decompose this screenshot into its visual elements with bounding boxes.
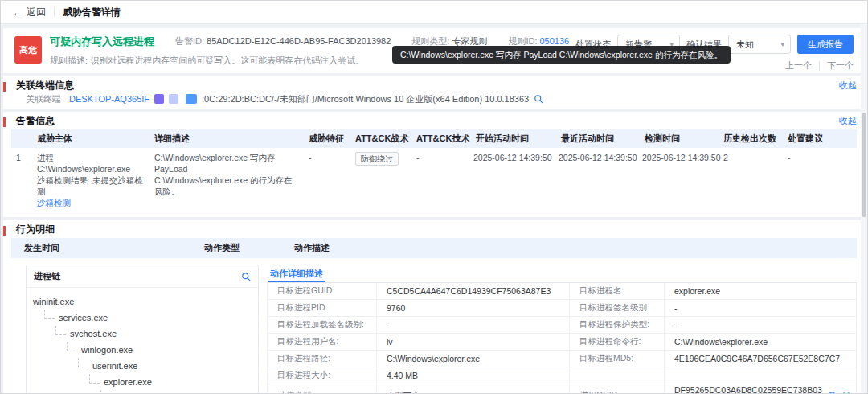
behavior-table-header: 发生时间 动作类型 动作描述 xyxy=(11,238,857,258)
detail-field-value: 9760 xyxy=(377,300,570,317)
detail-field-value: lv xyxy=(377,334,570,351)
alert-info-collapse-link[interactable]: 收起 xyxy=(839,115,857,127)
chevron-down-icon: ▾ xyxy=(780,40,784,48)
search-icon[interactable] xyxy=(534,94,543,104)
detail-field-value xyxy=(665,367,857,384)
process-name: svchost.exe xyxy=(70,329,117,339)
next-alert-link[interactable]: 下一个 xyxy=(827,60,854,72)
detail-field-label: 目标进程签名级别: xyxy=(570,300,665,317)
process-chain-node[interactable]: winlogon.exe xyxy=(33,342,252,358)
process-name: wininit.exe xyxy=(33,297,74,306)
process-chain-node[interactable]: SecurityHealthSystray.exe xyxy=(33,390,252,394)
detail-tabbar: 动作详细描述 xyxy=(267,265,857,283)
col-index xyxy=(11,129,32,148)
confirm-result-select[interactable]: 未知▾ xyxy=(728,35,791,54)
generate-report-button[interactable]: 生成报告 xyxy=(797,35,854,54)
col-detect-time: 检测时间 xyxy=(640,129,719,148)
sandbox-detect-link[interactable]: 沙箱检测 xyxy=(37,198,71,207)
alert-title: 可疑内存写入远程进程 xyxy=(50,35,154,49)
process-chain-node[interactable]: userinit.exe xyxy=(33,358,252,374)
process-chain-title: 进程链 xyxy=(34,270,60,282)
detail-field-value: - xyxy=(377,317,570,334)
col-occur-time: 发生时间 xyxy=(11,242,191,254)
tree-branch-line xyxy=(55,326,66,335)
page-title: 威胁告警详情 xyxy=(63,6,121,19)
process-chain-node[interactable]: services.exe xyxy=(33,310,252,326)
agent-badge-icon xyxy=(169,94,178,104)
divider xyxy=(819,61,820,71)
zoom-plus-icon[interactable] xyxy=(841,391,851,394)
windows-badge-icon xyxy=(186,94,197,104)
detail-field-value: C5CD5CA4A647C6D14939CF75063A87E3 xyxy=(377,283,570,300)
detail-field-value: - xyxy=(665,317,857,334)
tree-branch-line xyxy=(67,342,77,351)
alert-table: 威胁主体 详细描述 威胁特征 ATT&CK战术 ATT&CK技术 开始活动时间 … xyxy=(11,129,857,213)
tab-action-detail[interactable]: 动作详细描述 xyxy=(268,265,325,282)
search-icon[interactable] xyxy=(828,391,837,394)
hover-tooltip: C:\Windows\explorer.exe 写内存 PayLoad C:\W… xyxy=(392,46,731,64)
col-attack-technique: ATT&CK技术 xyxy=(411,129,471,148)
terminal-collapse-link[interactable]: 收起 xyxy=(839,80,857,92)
detail-field-label: 目标进程用户名: xyxy=(268,334,377,351)
process-chain-node[interactable]: explorer.exe xyxy=(33,374,252,390)
detail-desc-cell: C:\Windows\explorer.exe 写内存 PayLoad C:\W… xyxy=(149,148,304,213)
detect-time-cell: 2025-06-12 14:39:50 xyxy=(640,148,719,213)
detail-field-value: C:\Windows\explorer.exe xyxy=(665,334,857,351)
terminal-hostname-link[interactable]: DESKTOP-AQ365IF xyxy=(69,94,149,104)
col-start-time: 开始活动时间 xyxy=(471,129,556,148)
detail-field-value: 4.40 MB xyxy=(377,367,570,384)
tree-branch-line xyxy=(89,374,100,384)
alert-table-row[interactable]: 1 进程 C:\Windows\explorer.exe 沙箱检测结果: 未提交… xyxy=(11,148,857,213)
start-time-cell: 2025-06-12 14:39:50 xyxy=(471,148,556,213)
terminal-label: 关联终端 xyxy=(26,93,61,105)
detail-field-label: 目标进程命令行: xyxy=(570,334,665,351)
section-marker xyxy=(3,117,6,127)
col-detail-desc: 详细描述 xyxy=(149,129,304,148)
rule-id-link[interactable]: 050136 xyxy=(539,36,569,46)
os-badge-icon xyxy=(154,94,164,104)
attack-tactic-cell: 防御绕过 xyxy=(350,148,411,213)
tactic-tag: 防御绕过 xyxy=(355,152,399,166)
process-name: winlogon.exe xyxy=(81,345,133,355)
detail-field-value: 4E196CEA0C9C46A7D656C67E52E8C7C7 xyxy=(665,351,857,367)
tree-branch-line xyxy=(100,390,111,394)
scrollbar-track[interactable] xyxy=(861,24,867,393)
detail-field-label: 目标进程GUID: xyxy=(268,283,377,300)
row-index: 1 xyxy=(11,148,32,213)
detail-field-label: 目标进程保护类型: xyxy=(570,317,665,334)
scrollbar-thumb[interactable] xyxy=(862,113,866,217)
action-detail-grid: 目标进程GUID:C5CD5CA4A647C6D14939CF75063A87E… xyxy=(267,283,857,394)
col-last-time: 最近活动时间 xyxy=(556,129,640,148)
search-icon[interactable] xyxy=(241,272,251,281)
severity-badge: 高危 xyxy=(14,36,42,64)
process-chain-panel: 进程链 wininit.exeservices.exesvchost.exewi… xyxy=(26,265,259,394)
section-marker xyxy=(3,226,6,236)
detail-field-label: 进程GUID: xyxy=(570,384,665,394)
section-marker xyxy=(3,82,6,92)
detail-field-label xyxy=(570,367,665,384)
process-chain-node[interactable]: wininit.exe xyxy=(33,293,252,310)
detail-field-label: 动作类型: xyxy=(268,384,377,394)
detail-field-label: 目标进程MD5: xyxy=(570,351,665,367)
col-threat-subject: 威胁主体 xyxy=(32,129,149,148)
terminal-section-title: 关联终端信息 xyxy=(11,79,74,92)
col-history-count: 历史检出次数 xyxy=(719,129,783,148)
process-chain-node[interactable]: svchost.exe xyxy=(33,326,252,342)
alert-table-header-row: 威胁主体 详细描述 威胁特征 ATT&CK战术 ATT&CK技术 开始活动时间 … xyxy=(11,129,857,148)
detail-field-value: DF95265DC03A6D8C02559EC738B03508 xyxy=(665,384,857,394)
prev-alert-link[interactable]: 上一个 xyxy=(785,60,812,72)
advice-cell: - xyxy=(783,148,857,213)
back-button[interactable]: ← 返回 xyxy=(12,6,46,19)
last-time-cell: 2025-06-12 14:39:50 xyxy=(556,148,640,213)
process-name: explorer.exe xyxy=(104,377,152,387)
terminal-section: 关联终端信息 收起 关联终端 DESKTOP-AQ365IF :0C:29:2D… xyxy=(3,76,865,109)
attack-technique-cell: - xyxy=(411,148,471,213)
col-attack-tactic: ATT&CK战术 xyxy=(350,129,411,148)
alert-info-section: 告警信息 收起 威胁主体 详细描述 威胁特征 ATT&CK战术 ATT&CK技术… xyxy=(3,112,865,217)
action-detail-panel: 动作详细描述 目标进程GUID:C5CD5CA4A647C6D14939CF75… xyxy=(267,265,857,394)
detail-field-value: 内存写入 xyxy=(377,384,570,394)
topbar: ← 返回 威胁告警详情 xyxy=(1,1,867,24)
detail-field-label: 目标进程大小: xyxy=(268,367,377,384)
detail-field-value: explorer.exe xyxy=(665,283,857,300)
col-advice: 处置建议 xyxy=(783,129,857,148)
